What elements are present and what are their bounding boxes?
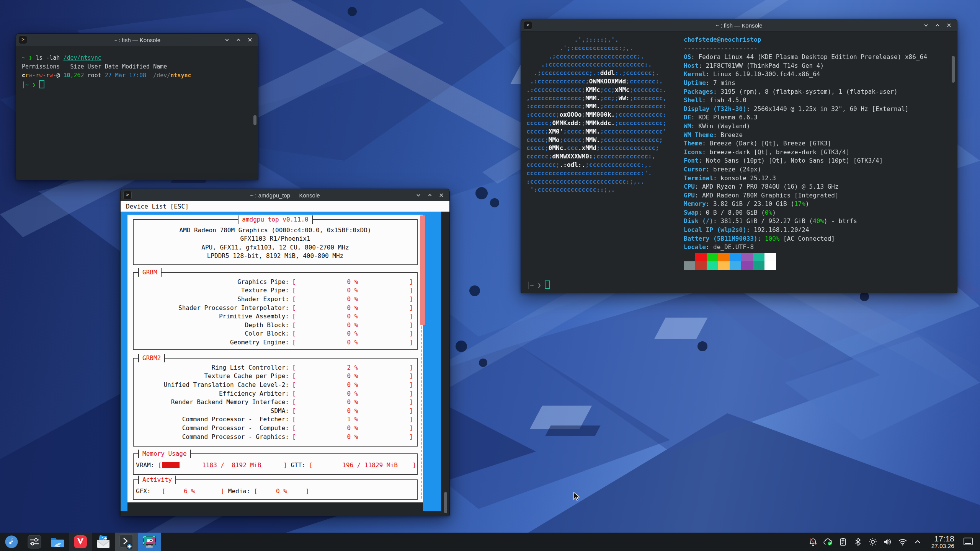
terminal-line: ccccccccccccccccccccccccccccccc:'.	[526, 169, 684, 178]
wifi-icon[interactable]	[898, 537, 908, 547]
clock-date: 27.03.26	[931, 543, 954, 549]
fedora-app-launcher-button[interactable]	[0, 533, 23, 551]
activity-box: Activity GFX: [ 6 % ] Media: [ 0 % ]	[133, 479, 418, 500]
grbm-label: GRBM	[138, 268, 162, 277]
terminal-line: .:ccccccccccccc;OWMKOOXMWd;ccccccc:.	[526, 77, 684, 86]
terminal-output[interactable]: ~ ❯ ls -lah /dev/ntsyncPermissions Size …	[16, 46, 258, 180]
folder-dolphin-icon	[50, 535, 65, 548]
bluetooth-icon[interactable]	[853, 537, 863, 547]
fastfetch-line: Terminal: konsole 25.12.3	[684, 174, 927, 183]
window-title: ~ : amdgpu_top — Konsole	[121, 192, 449, 199]
amdgpu-scrollbar[interactable]	[420, 215, 425, 325]
terminal-color-palette	[684, 253, 776, 270]
scrollbar[interactable]	[952, 56, 955, 83]
vivaldi-browser-button[interactable]	[69, 533, 92, 551]
konsole-window-fish-left[interactable]: > ~ : fish — Konsole ~ ❯ ls -lah /dev/nt…	[16, 33, 258, 180]
dolphin-file-manager-button[interactable]	[46, 533, 69, 551]
minimize-button[interactable]	[224, 37, 230, 42]
settings-sliders-icon	[28, 535, 41, 549]
window-titlebar[interactable]: > ~ : fish — Konsole	[521, 19, 957, 32]
scrollbar[interactable]	[253, 115, 256, 125]
cloud-sync-icon[interactable]	[823, 537, 833, 547]
brightness-icon[interactable]	[868, 537, 878, 547]
fastfetch-line: DE: KDE Plasma 6.6.3	[684, 113, 927, 122]
grbm2-meters: Ring List Controller:[2 %]Texture Cache …	[134, 359, 417, 441]
taskbar-panel: 17:18 27.03.26	[0, 533, 980, 551]
window-titlebar[interactable]: > ~ : fish — Konsole	[16, 34, 258, 46]
grbm-box: GRBM Graphics Pipe:[0 %]Texture Pipe:[0 …	[133, 272, 418, 350]
mouse-cursor	[573, 492, 582, 502]
terminal-line: :cccccccccccccc;MMM.;cccccccccccccccc:	[526, 102, 684, 111]
meter-row: Render Backend Memory Interface:[0 %]	[136, 398, 413, 406]
amdgpu-tui-background: amdgpu_top v0.11.0 AMD Radeon 780M Graph…	[121, 212, 441, 511]
terminal-line: .;cccccccccccccccccccccc;.	[526, 52, 684, 61]
terminal-line: :ccccccc;oxOOOo;MMM000k.;cccccccccccc:	[526, 111, 684, 119]
fastfetch-line: Theme: Breeze (Dark) [Qt], Breeze [GTK3]	[684, 139, 927, 148]
scrollbar[interactable]	[444, 492, 447, 513]
grbm2-box: GRBM2 Ring List Controller:[2 %]Texture …	[133, 358, 418, 447]
window-titlebar[interactable]: > ~ : amdgpu_top — Konsole	[121, 189, 449, 202]
amdgpu-scrollbar-track	[421, 326, 422, 499]
close-button[interactable]	[439, 192, 444, 198]
fastfetch-line: Host: 21F8CT01WW (ThinkPad T14s Gen 4)	[684, 62, 927, 70]
close-button[interactable]	[946, 23, 952, 28]
clipboard-icon[interactable]	[838, 537, 848, 547]
terminal-line: ~ ❯ ls -lah /dev/ntsync	[22, 54, 258, 62]
terminal-line: .';:cccccccccccc:;,.	[526, 44, 684, 52]
minimize-button[interactable]	[416, 192, 421, 198]
meter-row: Primitive Assembly:[0 %]	[136, 312, 413, 321]
terminal-line: .;ccccccccccccc;.:dddl:.;ccccccc;.	[526, 69, 684, 77]
fastfetch-line: Battery (5B11M90033): 100% [AC Connected…	[684, 235, 927, 243]
activity-label: Activity	[138, 476, 176, 484]
terminal-line: ccccc;MMo;ccccc;MMW.;ccccccccccccccc;	[526, 136, 684, 144]
expand-tray-chevron-icon[interactable]	[913, 537, 923, 547]
terminal-line: ccccc;0MNc.ccc.xMMd;ccccccccccccccc;	[526, 144, 684, 152]
minimize-button[interactable]	[923, 23, 929, 28]
amdgpu-version-title: amdgpu_top v0.11.0	[238, 215, 312, 224]
meter-row: Graphics Pipe:[0 %]	[136, 277, 413, 286]
fastfetch-line: OS: Fedora Linux 44 (KDE Plasma Desktop …	[684, 53, 927, 62]
fedora-logo-icon	[4, 535, 19, 549]
fastfetch-info: chofstede@neochristop-------------------…	[684, 36, 927, 252]
peek-at-desktop-button[interactable]	[962, 536, 974, 548]
spectacle-task-button[interactable]	[138, 533, 161, 551]
terminal-output[interactable]: .',;::::;,'. .';:cccccccccccc:;,. .;cccc…	[521, 31, 957, 293]
meter-row: SDMA:[0 %]	[136, 406, 413, 415]
close-button[interactable]	[247, 37, 253, 42]
konsole-window-amdgpu-top[interactable]: > ~ : amdgpu_top — Konsole Device List […	[120, 189, 450, 516]
konsole-task-button[interactable]	[115, 533, 138, 551]
terminal-line: GFX: [ 6 % ] Media: [ 0 % ]	[136, 487, 417, 496]
maximize-button[interactable]	[935, 23, 940, 28]
konsole-window-fish-fastfetch[interactable]: > ~ : fish — Konsole .',;::::;,'. .';:cc…	[521, 19, 957, 293]
terminal-line: │~ ❯	[526, 280, 550, 290]
color-swatch	[741, 261, 753, 270]
volume-icon[interactable]	[883, 537, 893, 547]
maximize-button[interactable]	[236, 37, 241, 42]
fastfetch-line: Display (T32h-30): 980x551 @ 1.25x in …	[684, 105, 927, 114]
do-not-disturb-bell-icon[interactable]	[808, 537, 818, 547]
digital-clock[interactable]: 17:18 27.03.26	[931, 535, 954, 549]
terminal-line: .:ccccccccccccc;KMMc;cc;xMMc;ccccccc:.	[526, 86, 684, 94]
amdgpu-device-list-tab[interactable]: Device List [ESC]	[121, 201, 449, 212]
maximize-button[interactable]	[427, 192, 433, 198]
fastfetch-line: Local IP (wlp2s0): 192.168.1.20/24	[684, 226, 927, 235]
konsole-icon	[119, 534, 134, 549]
color-swatch	[684, 253, 695, 261]
scrollbar-track[interactable]	[441, 212, 449, 516]
system-settings-button[interactable]	[23, 533, 46, 551]
color-swatch	[718, 261, 730, 270]
memory-usage-label: Memory Usage	[138, 450, 191, 458]
fedora-ascii-logo: .',;::::;,'. .';:cccccccccccc:;,. .;cccc…	[526, 36, 684, 270]
color-swatch	[707, 261, 718, 270]
meter-row: Command Processor - Fetcher:[1 %]	[136, 415, 413, 424]
terminal-line: ccccc;XM0';cccc;MMM.;cccccccccccccccc'	[526, 127, 684, 136]
mail-client-button[interactable]	[92, 533, 115, 551]
fastfetch-line: chofstede@neochristop	[684, 36, 927, 44]
terminal-line: ':cccccccccccccccc::;,.	[526, 186, 684, 194]
window-title: ~ : fish — Konsole	[521, 22, 957, 29]
fastfetch-line: Packages: 3195 (rpm), 8 (flatpak-system)…	[684, 88, 927, 96]
fastfetch-line: Memory: 3.82 GiB / 23.10 GiB (17%)	[684, 200, 927, 209]
terminal-bottom-gap	[127, 502, 423, 511]
terminal-line: cccccc;0MMKxdd:;MMMkddc.;cccccccccccc;	[526, 119, 684, 127]
fastfetch-line: Font: Noto Sans (10pt) [Qt], Noto Sans (…	[684, 156, 927, 165]
